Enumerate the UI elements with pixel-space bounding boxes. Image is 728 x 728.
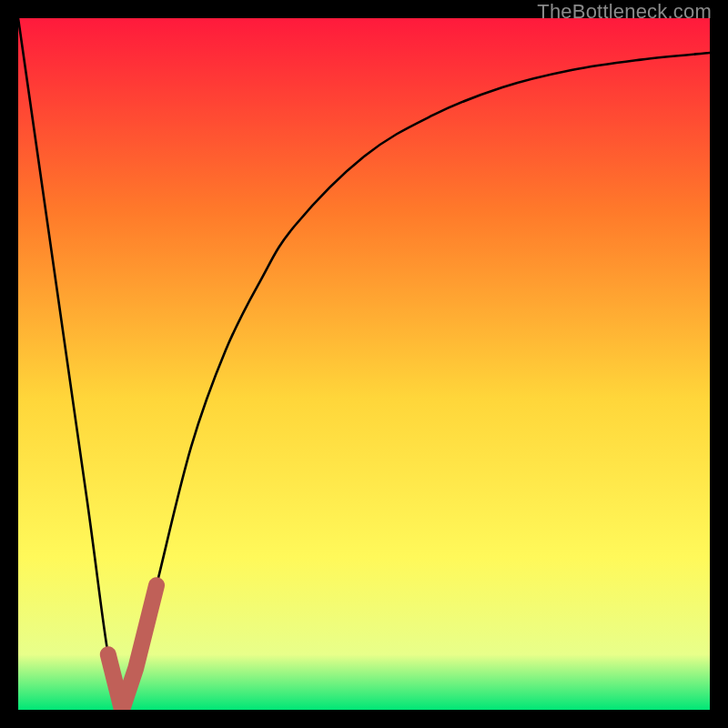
chart-frame: TheBottleneck.com bbox=[0, 0, 728, 728]
curve-layer bbox=[18, 18, 710, 710]
plot-area bbox=[18, 18, 710, 710]
highlight-segment bbox=[108, 585, 157, 710]
bottleneck-curve bbox=[18, 18, 710, 710]
